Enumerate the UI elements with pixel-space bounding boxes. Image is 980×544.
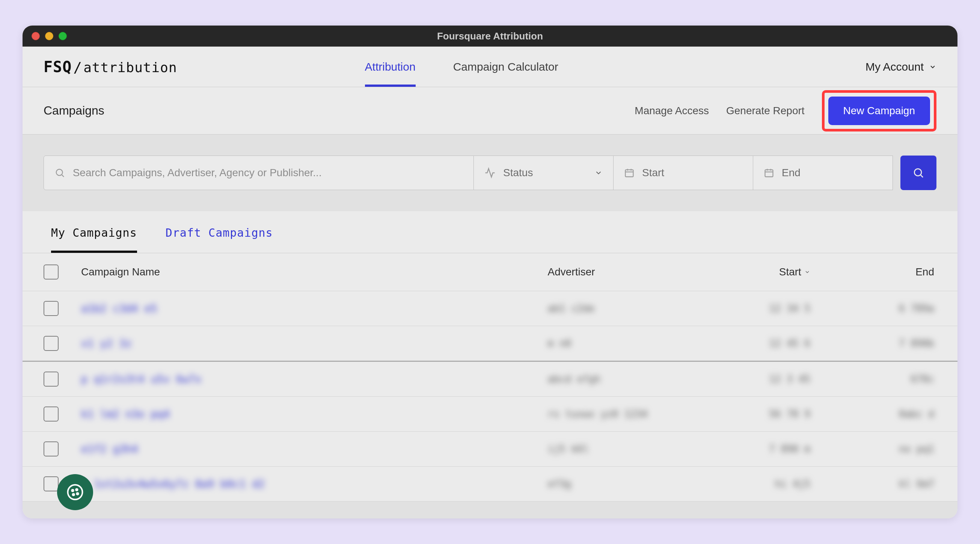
campaign-name-cell[interactable]: r 1st2u3v4w5x6y7z 8a9 b0c1 d2 — [81, 478, 548, 490]
logo-main: FSQ — [43, 58, 72, 75]
generate-report-link[interactable]: Generate Report — [726, 105, 805, 117]
chevron-down-icon — [929, 63, 937, 71]
table-row: a1b2 c3d4 e5 ab1 c2de 12 34 5 6 789a — [22, 291, 958, 326]
campaign-name-cell[interactable]: p q1r2s3t4 u5v 6w7x — [81, 373, 548, 386]
advertiser-cell: ef3g — [548, 478, 729, 490]
svg-point-14 — [76, 489, 77, 490]
status-select[interactable]: Status — [474, 156, 614, 190]
campaign-name-cell[interactable]: e1f2 g3h4 — [81, 443, 548, 455]
tab-label: My Campaigns — [51, 226, 137, 239]
close-window-button[interactable] — [32, 32, 40, 40]
calendar-icon — [624, 168, 635, 178]
logo-sub: attribution — [83, 60, 177, 75]
column-start[interactable]: Start — [729, 266, 833, 278]
search-icon — [54, 167, 65, 179]
start-cell: 12 34 5 — [729, 303, 833, 314]
end-cell: 6 789a — [833, 303, 937, 314]
end-date-label: End — [782, 167, 800, 179]
end-cell: 678c — [833, 373, 937, 385]
row-checkbox[interactable] — [43, 476, 59, 491]
svg-point-16 — [76, 493, 78, 495]
row-checkbox[interactable] — [43, 442, 59, 456]
search-icon — [912, 167, 924, 179]
svg-point-13 — [72, 490, 73, 491]
chevron-down-icon — [594, 169, 603, 177]
nav-tab-campaign-calculator[interactable]: Campaign Calculator — [453, 46, 558, 87]
search-submit-button[interactable] — [900, 156, 937, 190]
svg-point-0 — [56, 169, 63, 175]
new-campaign-highlight: New Campaign — [822, 90, 937, 131]
cookie-icon — [65, 482, 85, 502]
activity-icon — [484, 167, 496, 179]
table-row: p q1r2s3t4 u5v 6w7x abcd efgh 12 3 45 67… — [22, 362, 958, 397]
row-checkbox[interactable] — [43, 407, 59, 421]
campaign-name-cell[interactable]: x1 y2 3z — [81, 337, 548, 350]
table-row: x1 y2 3z m n0 12 45 6 7 890b — [22, 326, 958, 362]
search-box[interactable] — [43, 156, 474, 190]
start-date-label: Start — [642, 167, 664, 179]
row-checkbox[interactable] — [43, 301, 59, 316]
page-subheader: Campaigns Manage Access Generate Report … — [22, 87, 958, 134]
svg-line-11 — [921, 175, 923, 177]
advertiser-cell: ij5 k6l — [548, 443, 729, 455]
campaign-name-cell[interactable]: a1b2 c3d4 e5 — [81, 302, 548, 315]
advertiser-cell: abcd efgh — [548, 373, 729, 385]
end-cell: no pq1 — [833, 443, 937, 455]
window-title: Foursquare Attribution — [22, 30, 958, 42]
nav-tab-attribution[interactable]: Attribution — [365, 46, 416, 87]
status-label: Status — [503, 167, 587, 179]
start-cell: hi 4j5 — [729, 478, 833, 490]
table-header: Campaign Name Advertiser Start End — [22, 253, 958, 291]
nav-tab-label: Campaign Calculator — [453, 61, 558, 73]
table-row: e1f2 g3h4 ij5 k6l 7 890 m no pq1 — [22, 432, 958, 467]
end-date-input[interactable]: End — [753, 156, 893, 190]
account-label: My Account — [865, 61, 924, 73]
column-end[interactable]: End — [833, 266, 937, 278]
table-row: k1 lm2 n3o pq4 rs tuvwx yz0 1234 56 78 9… — [22, 397, 958, 432]
svg-rect-2 — [625, 170, 633, 177]
svg-point-12 — [68, 485, 83, 500]
window-titlebar: Foursquare Attribution — [22, 26, 958, 46]
start-cell: 12 45 6 — [729, 338, 833, 349]
row-checkbox[interactable] — [43, 336, 59, 351]
column-campaign-name[interactable]: Campaign Name — [81, 266, 548, 278]
maximize-window-button[interactable] — [59, 32, 67, 40]
tab-draft-campaigns[interactable]: Draft Campaigns — [165, 211, 273, 253]
svg-point-15 — [73, 494, 74, 495]
svg-rect-6 — [765, 170, 773, 177]
campaign-name-cell[interactable]: k1 lm2 n3o pq4 — [81, 408, 548, 420]
tab-label: Draft Campaigns — [165, 226, 273, 239]
svg-line-1 — [62, 175, 64, 177]
new-campaign-button[interactable]: New Campaign — [828, 97, 930, 125]
manage-access-link[interactable]: Manage Access — [635, 105, 709, 117]
start-cell: 56 78 9 — [729, 408, 833, 420]
minimize-window-button[interactable] — [45, 32, 53, 40]
select-all-checkbox[interactable] — [43, 265, 59, 279]
tab-my-campaigns[interactable]: My Campaigns — [51, 211, 137, 253]
page-title: Campaigns — [43, 104, 104, 118]
nav-tab-label: Attribution — [365, 61, 416, 73]
row-checkbox[interactable] — [43, 372, 59, 386]
advertiser-cell: rs tuvwx yz0 1234 — [548, 408, 729, 420]
logo[interactable]: FSQ / attribution — [43, 58, 177, 75]
end-cell: 0abc d — [833, 408, 937, 420]
start-cell: 7 890 m — [729, 443, 833, 455]
advertiser-cell: ab1 c2de — [548, 303, 729, 314]
advertiser-cell: m n0 — [548, 338, 729, 349]
search-input[interactable] — [73, 167, 463, 179]
column-advertiser[interactable]: Advertiser — [548, 266, 729, 278]
table-row: r 1st2u3v4w5x6y7z 8a9 b0c1 d2 ef3g hi 4j… — [22, 467, 958, 501]
svg-point-10 — [914, 169, 921, 176]
calendar-icon — [764, 168, 774, 178]
campaigns-table: Campaign Name Advertiser Start End a1b2 … — [22, 253, 958, 501]
campaign-tabs: My Campaigns Draft Campaigns — [22, 211, 958, 253]
cookie-settings-button[interactable] — [57, 474, 93, 510]
start-date-input[interactable]: Start — [614, 156, 753, 190]
top-nav-bar: FSQ / attribution Attribution Campaign C… — [22, 46, 958, 87]
end-cell: kl 6m7 — [833, 478, 937, 490]
filters-bar: Status Start End — [22, 134, 958, 211]
start-cell: 12 3 45 — [729, 373, 833, 385]
my-account-menu[interactable]: My Account — [865, 61, 937, 73]
sort-icon — [804, 269, 810, 275]
logo-slash: / — [73, 59, 82, 75]
